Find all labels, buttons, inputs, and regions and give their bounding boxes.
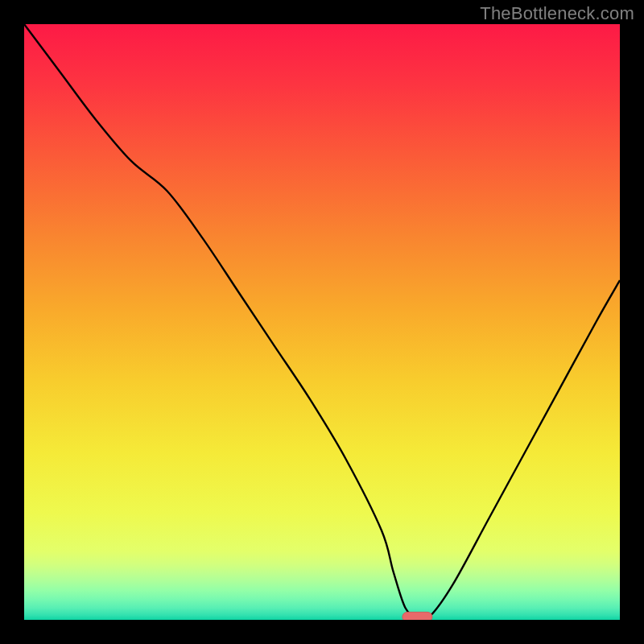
optimum-marker xyxy=(402,612,432,620)
plot-svg xyxy=(24,24,620,620)
plot-area xyxy=(24,24,620,620)
gradient-background xyxy=(24,24,620,620)
chart-frame: TheBottleneck.com xyxy=(0,0,644,644)
watermark-text: TheBottleneck.com xyxy=(480,3,634,24)
